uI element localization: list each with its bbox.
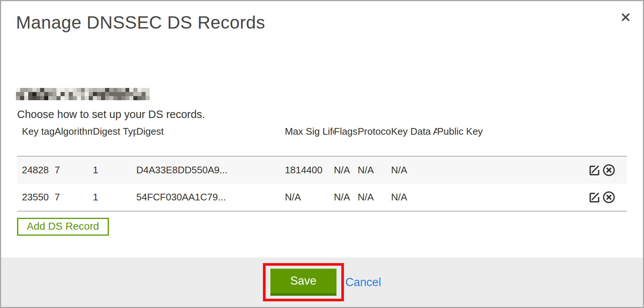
cell-algorithm: 7	[55, 184, 93, 211]
cell-algorithm: 7	[55, 156, 93, 184]
row-actions	[485, 184, 627, 211]
cell-flags: N/A	[334, 156, 358, 184]
cell-digest: 54FCF030AA1C79...	[136, 184, 285, 211]
col-header-key-data-alg: Key Data Alg	[391, 124, 437, 156]
cell-digest-type: 1	[93, 184, 136, 211]
cell-key-tag: 23550	[17, 184, 55, 211]
ds-records-table: Key tag Algorithm Digest Type Digest Max…	[17, 124, 627, 212]
col-header-max-sig-life: Max Sig Life	[285, 124, 334, 156]
modal-header: Manage DNSSEC DS Records	[1, 1, 643, 33]
edit-icon	[588, 163, 601, 177]
redacted-domain-name	[16, 88, 150, 100]
cell-digest: D4A33E8DD550A9...	[136, 156, 285, 184]
page-title: Manage DNSSEC DS Records	[16, 12, 628, 33]
col-header-key-tag: Key tag	[17, 124, 55, 156]
cell-digest-type: 1	[93, 156, 136, 184]
cancel-link[interactable]: Cancel	[345, 276, 381, 289]
col-header-algorithm: Algorithm	[55, 124, 93, 156]
edit-record-button[interactable]	[588, 190, 601, 204]
close-icon	[620, 12, 631, 23]
cell-protocol: N/A	[358, 184, 391, 211]
table-header-row: Key tag Algorithm Digest Type Digest Max…	[17, 124, 627, 156]
delete-icon	[602, 163, 616, 177]
edit-icon	[588, 190, 601, 204]
col-header-digest: Digest	[136, 124, 285, 156]
edit-record-button[interactable]	[588, 163, 601, 177]
save-button[interactable]: Save	[270, 269, 336, 296]
modal-footer: Save Cancel	[1, 258, 643, 307]
cell-key-data-alg: N/A	[391, 184, 437, 211]
row-actions	[485, 156, 627, 184]
cell-max-sig-life: N/A	[285, 184, 334, 211]
col-header-protocol: Protocol	[358, 124, 391, 156]
save-button-annotation-box: Save	[263, 263, 344, 301]
instruction-text: Choose how to set up your DS records.	[17, 108, 627, 121]
delete-icon	[602, 190, 616, 204]
table-row: 23550 7 1 54FCF030AA1C79... N/A N/A N/A …	[17, 184, 627, 211]
table-row: 24828 7 1 D4A33E8DD550A9... 1814400 N/A …	[17, 156, 627, 184]
cell-key-tag: 24828	[17, 156, 55, 184]
modal-body: Choose how to set up your DS records. Ke…	[1, 88, 643, 236]
cell-public-key	[437, 184, 485, 211]
delete-record-button[interactable]	[602, 163, 616, 177]
manage-dnssec-modal: Manage DNSSEC DS Records Choose how to s…	[0, 0, 644, 308]
cell-flags: N/A	[334, 184, 358, 211]
delete-record-button[interactable]	[602, 190, 616, 204]
cell-protocol: N/A	[358, 156, 391, 184]
add-ds-record-button[interactable]: Add DS Record	[17, 218, 109, 236]
col-header-actions	[485, 124, 627, 156]
col-header-public-key: Public Key	[437, 124, 485, 156]
col-header-digest-type: Digest Type	[93, 124, 136, 156]
cell-key-data-alg: N/A	[391, 156, 437, 184]
close-button[interactable]	[619, 11, 632, 23]
col-header-flags: Flags	[334, 124, 358, 156]
cell-max-sig-life: 1814400	[285, 156, 334, 184]
cell-public-key	[437, 156, 485, 184]
